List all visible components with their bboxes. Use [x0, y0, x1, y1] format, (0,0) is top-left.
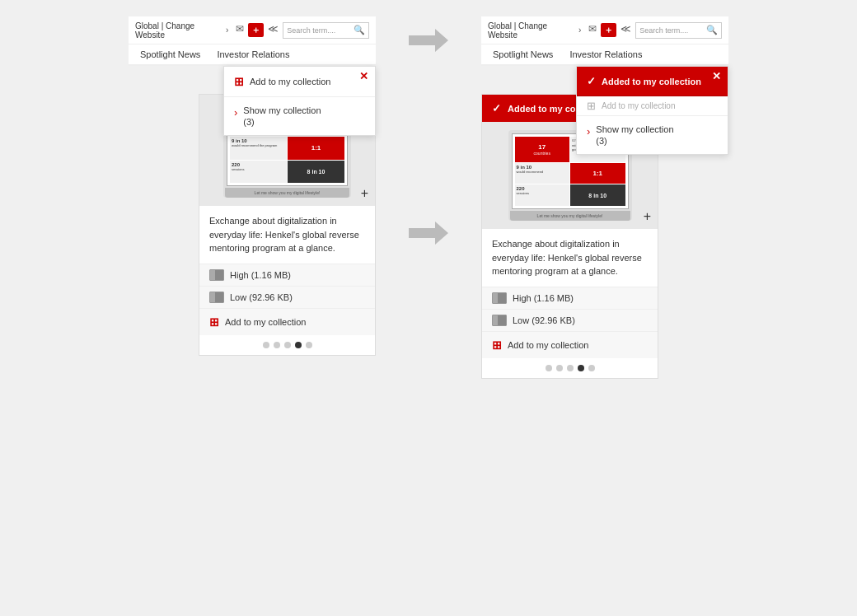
- right-add-label: Add to my collection: [602, 101, 676, 110]
- right-card-pagination: [482, 358, 658, 378]
- right-search-box[interactable]: Search term.... 🔍: [635, 22, 722, 39]
- right-dot-2[interactable]: [556, 365, 563, 371]
- file-high-label: High (1.16 MB): [230, 270, 291, 280]
- right-file-high-icon: [492, 292, 507, 304]
- dot-4[interactable]: [295, 342, 302, 348]
- right-nav-icons: ✉ ＋ ≪: [588, 23, 631, 37]
- bottom-arrow: [409, 94, 448, 245]
- right-file-low-icon: [492, 315, 507, 326]
- card-add-btn[interactable]: ⊞ Add to my collection: [199, 308, 375, 335]
- file-low-row[interactable]: Low (92.96 KB): [199, 286, 375, 308]
- right-show-item[interactable]: › Show my collection (3): [577, 116, 728, 154]
- file-low-label: Low (92.96 KB): [230, 292, 293, 302]
- right-show-count: (3): [596, 136, 673, 146]
- svg-marker-1: [409, 222, 448, 245]
- svg-marker-0: [409, 29, 448, 52]
- right-spotlight-link[interactable]: Spotlight News: [493, 49, 553, 59]
- file-low-icon: [209, 292, 224, 303]
- right-chevron-icon: ›: [578, 26, 581, 35]
- check-icon: ✓: [587, 75, 596, 87]
- right-email-icon[interactable]: ✉: [588, 23, 597, 37]
- top-arrow: [409, 16, 448, 52]
- add-label: Add to my collection: [250, 77, 330, 86]
- card-plus-icon[interactable]: +: [361, 186, 368, 201]
- right-investor-link[interactable]: Investor Relations: [569, 49, 642, 59]
- right-site-label: Global | Change Website: [488, 21, 574, 40]
- card-add-plus-icon: ⊞: [209, 315, 219, 329]
- bookmark-plus-icon[interactable]: ＋: [248, 23, 264, 37]
- left-nav-bar: Global | Change Website › ✉ ＋ ≪ Search t…: [129, 16, 376, 44]
- added-label: Added to my collection: [602, 77, 701, 86]
- right-card-add-plus-icon: ⊞: [492, 338, 502, 352]
- right-add-plus-icon: ⊞: [587, 100, 596, 112]
- right-nav-links: Spotlight News Investor Relations: [481, 44, 728, 66]
- right-add-item[interactable]: ⊞ Add to my collection: [577, 96, 728, 116]
- right-card-body: Exchange about digitalization in everyda…: [482, 229, 658, 287]
- right-dot-4[interactable]: [578, 365, 584, 371]
- nav-icons: ✉ ＋ ≪: [236, 23, 279, 37]
- right-share-icon[interactable]: ≪: [621, 23, 631, 37]
- dot-5[interactable]: [306, 342, 312, 348]
- share-icon[interactable]: ≪: [268, 23, 279, 37]
- right-file-high-row[interactable]: High (1.16 MB): [482, 287, 658, 309]
- right-nav-bar: Global | Change Website › ✉ ＋ ≪ Search t…: [481, 16, 728, 44]
- show-count: (3): [243, 117, 321, 127]
- right-card-add-btn[interactable]: ⊞ Add to my collection: [482, 331, 658, 358]
- right-dot-3[interactable]: [567, 365, 574, 371]
- show-label: Show my collection: [243, 105, 321, 115]
- right-file-high-label: High (1.16 MB): [513, 293, 574, 303]
- card-title: Exchange about digitalization in everyda…: [209, 214, 365, 255]
- show-collection-item[interactable]: › Show my collection (3): [224, 97, 375, 135]
- card-add-label: Add to my collection: [225, 317, 306, 327]
- chevron-icon: ›: [226, 26, 228, 35]
- email-icon[interactable]: ✉: [236, 23, 244, 37]
- right-card-add-label: Add to my collection: [508, 340, 588, 350]
- add-plus-icon: ⊞: [234, 75, 244, 88]
- right-card-check-icon: ✓: [492, 102, 501, 114]
- right-dot-1[interactable]: [546, 365, 552, 371]
- add-to-collection-item[interactable]: ⊞ Add to my collection: [224, 67, 375, 97]
- card-body: Exchange about digitalization in everyda…: [199, 206, 375, 264]
- right-search-placeholder: Search term....: [639, 26, 706, 35]
- right-show-chevron: ›: [587, 125, 590, 138]
- site-label: Global | Change Website: [135, 21, 222, 40]
- right-bookmark-plus-icon[interactable]: ＋: [601, 23, 616, 37]
- right-search-icon: 🔍: [706, 25, 718, 35]
- search-placeholder: Search term....: [287, 26, 354, 35]
- right-card-plus-icon[interactable]: +: [644, 209, 651, 224]
- right-file-low-label: Low (92.96 KB): [513, 315, 575, 325]
- right-card-title: Exchange about digitalization in everyda…: [492, 237, 648, 278]
- dot-3[interactable]: [284, 342, 291, 348]
- added-to-collection-banner: ✓ Added to my collection: [577, 67, 728, 96]
- show-chevron-icon: ›: [234, 106, 237, 119]
- file-high-row[interactable]: High (1.16 MB): [199, 264, 375, 286]
- card-pagination: [199, 335, 375, 355]
- left-dropdown: ✕ ⊞ Add to my collection › Show my colle…: [223, 66, 376, 136]
- left-top-panel: Global | Change Website › ✉ ＋ ≪ Search t…: [129, 16, 376, 66]
- spotlight-news-link[interactable]: Spotlight News: [140, 49, 200, 59]
- right-file-low-row[interactable]: Low (92.96 KB): [482, 309, 658, 331]
- left-nav-links: Spotlight News Investor Relations: [129, 44, 376, 66]
- right-dropdown: ✕ ✓ Added to my collection ⊞ Add to my c…: [576, 66, 728, 155]
- dot-1[interactable]: [263, 342, 269, 348]
- search-box[interactable]: Search term.... 🔍: [283, 22, 369, 39]
- right-top-panel: Global | Change Website › ✉ ＋ ≪ Search t…: [481, 16, 728, 66]
- close-icon[interactable]: ✕: [359, 70, 368, 82]
- right-close-icon[interactable]: ✕: [712, 70, 721, 82]
- search-icon: 🔍: [354, 25, 365, 35]
- right-dot-5[interactable]: [588, 365, 595, 371]
- file-high-icon: [209, 269, 224, 281]
- dot-2[interactable]: [274, 342, 280, 348]
- right-show-label: Show my collection: [596, 124, 673, 134]
- investor-relations-link[interactable]: Investor Relations: [217, 49, 289, 59]
